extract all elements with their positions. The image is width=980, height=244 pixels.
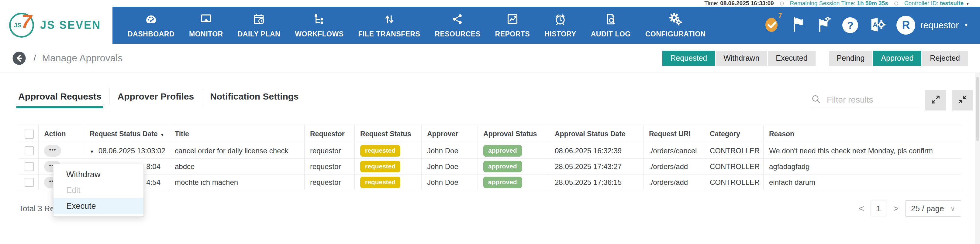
request-status-date: 08.06.2025 13:03:02	[99, 147, 165, 155]
row-checkbox[interactable]	[25, 146, 34, 155]
row-expand-icon[interactable]: ▼	[90, 149, 94, 154]
expand-all-button[interactable]	[925, 90, 946, 111]
flag-settings-button[interactable]	[816, 17, 831, 34]
tab-notification-settings[interactable]: Notification Settings	[202, 91, 307, 102]
column-header-request-status-date[interactable]: Request Status Date▼	[84, 125, 169, 143]
language-settings-button[interactable]: A	[869, 17, 886, 34]
column-header-approval-status[interactable]: Approval Status	[478, 125, 549, 143]
column-header-approval-status-date[interactable]: Approval Status Date	[549, 125, 643, 143]
filter-button-executed[interactable]: Executed	[768, 51, 815, 66]
nav-item-monitor[interactable]: MONITOR	[182, 7, 231, 44]
sort-desc-icon: ▼	[160, 132, 164, 137]
filter-search	[811, 91, 919, 109]
nav-item-workflows[interactable]: WORKFLOWS	[288, 7, 351, 44]
table-header-row: Action Request Status Date▼ Title Reques…	[19, 125, 961, 143]
back-button[interactable]	[12, 51, 26, 65]
nav-item-file-transfers[interactable]: FILE TRANSFERS	[351, 7, 428, 44]
session-strip: Time: 08.06.2025 16:33:09 Remaining Sess…	[0, 0, 980, 7]
filter-button-withdrawn[interactable]: Withdrawn	[716, 51, 767, 66]
select-all-checkbox[interactable]	[25, 130, 34, 139]
language-settings-icon: A	[869, 28, 886, 33]
configuration-icon	[669, 13, 682, 27]
table-footer: Total 3 Requests < 1 > 25 / page ∨	[19, 200, 961, 217]
monitor-icon	[199, 13, 213, 27]
request-title: cancel order for daily license check	[169, 143, 305, 159]
category-cell: CONTROLLER	[704, 143, 764, 159]
search-input[interactable]	[827, 95, 909, 105]
tab-approval-requests[interactable]: Approval Requests	[10, 91, 109, 102]
column-header-request-uri[interactable]: Request URI	[643, 125, 704, 143]
menu-item-execute[interactable]: Execute	[54, 198, 143, 214]
page-number-button[interactable]: 1	[870, 201, 886, 216]
nav-items: DASHBOARD MONITOR DAILY PLAN WORKFLOWS F…	[120, 7, 713, 44]
column-header-title[interactable]: Title	[169, 125, 305, 143]
reason-cell: einfach darum	[764, 174, 961, 190]
vertical-scrollbar[interactable]	[975, 73, 980, 244]
nav-item-label: MONITOR	[189, 30, 223, 38]
column-header-action[interactable]: Action	[38, 125, 84, 143]
scrollbar-thumb[interactable]	[976, 77, 979, 141]
pagination: < 1 > 25 / page ∨	[857, 200, 961, 217]
collapse-icon	[957, 94, 968, 106]
search-icon	[811, 94, 821, 106]
collapse-all-button[interactable]	[952, 90, 973, 111]
nav-item-configuration[interactable]: CONFIGURATION	[638, 7, 713, 44]
column-header-request-status[interactable]: Request Status	[355, 125, 422, 143]
row-action-context-menu: Withdraw Edit Execute	[53, 164, 144, 217]
row-action-menu-button[interactable]: •••	[44, 145, 61, 157]
approval-status-badge: approved	[483, 145, 522, 157]
page-size-value: 25 / page	[911, 204, 944, 213]
reports-icon	[506, 13, 519, 27]
nav-item-dashboard[interactable]: DASHBOARD	[120, 7, 182, 44]
next-page-button[interactable]: >	[891, 203, 900, 214]
nav-item-history[interactable]: HISTORY	[537, 7, 583, 44]
nav-item-resources[interactable]: RESOURCES	[427, 7, 488, 44]
nav-item-audit-log[interactable]: AUDIT LOG	[584, 7, 638, 44]
request-status-filter-group: Requested Withdrawn Executed	[662, 51, 815, 66]
request-status-badge: requested	[360, 145, 400, 157]
row-checkbox[interactable]	[25, 178, 34, 187]
category-cell: CONTROLLER	[704, 174, 764, 190]
logo-seven-text: 7	[22, 12, 32, 31]
help-button[interactable]: ?	[842, 17, 858, 33]
column-header-reason[interactable]: Reason	[764, 125, 961, 143]
column-header-requestor[interactable]: Requestor	[305, 125, 355, 143]
avatar: R	[896, 16, 915, 35]
audit-log-icon	[604, 13, 617, 27]
nav-item-label: AUDIT LOG	[591, 30, 631, 38]
row-checkbox[interactable]	[25, 162, 34, 171]
controller-id-dropdown[interactable]: Controller ID: testsuite▼	[904, 0, 970, 7]
user-name: requestor	[920, 20, 959, 30]
filter-button-rejected[interactable]: Rejected	[922, 51, 968, 66]
column-header-approver[interactable]: Approver	[422, 125, 478, 143]
nav-item-label: DASHBOARD	[128, 30, 175, 38]
file-transfers-icon	[382, 13, 396, 27]
dashboard-icon	[145, 13, 158, 27]
flag-button[interactable]	[791, 17, 805, 34]
js7-logo[interactable]: JS 7 JS SEVEN	[0, 7, 113, 44]
approver-cell: John Doe	[422, 159, 478, 174]
column-header-category[interactable]: Category	[704, 125, 764, 143]
nav-item-label: DAILY PLAN	[238, 30, 280, 38]
request-uri-cell: ./orders/add	[643, 174, 704, 190]
approval-status-date: 28.05.2025 17:36:15	[549, 174, 643, 190]
task-check-button[interactable]: 7	[764, 17, 780, 34]
nav-item-reports[interactable]: REPORTS	[488, 7, 538, 44]
request-status-badge: requested	[360, 161, 400, 173]
requestor-cell: requestor	[305, 174, 355, 190]
user-menu[interactable]: R requestor ▼	[896, 16, 969, 35]
js7-logo-mark-icon: JS 7	[9, 13, 34, 38]
prev-page-button[interactable]: <	[857, 203, 866, 214]
filter-button-requested[interactable]: Requested	[662, 51, 715, 66]
filter-button-pending[interactable]: Pending	[829, 51, 873, 66]
filter-button-approved[interactable]: Approved	[873, 51, 921, 66]
menu-item-withdraw[interactable]: Withdraw	[54, 166, 143, 182]
status-filter-groups: Requested Withdrawn Executed Pending App…	[662, 51, 968, 66]
nav-item-daily-plan[interactable]: DAILY PLAN	[231, 7, 288, 44]
approver-cell: John Doe	[422, 174, 478, 190]
help-icon: ?	[847, 19, 854, 31]
resources-icon	[451, 13, 464, 27]
page-size-select[interactable]: 25 / page ∨	[905, 200, 961, 217]
tab-approver-profiles[interactable]: Approver Profiles	[110, 91, 202, 102]
request-status-badge: requested	[360, 177, 400, 188]
